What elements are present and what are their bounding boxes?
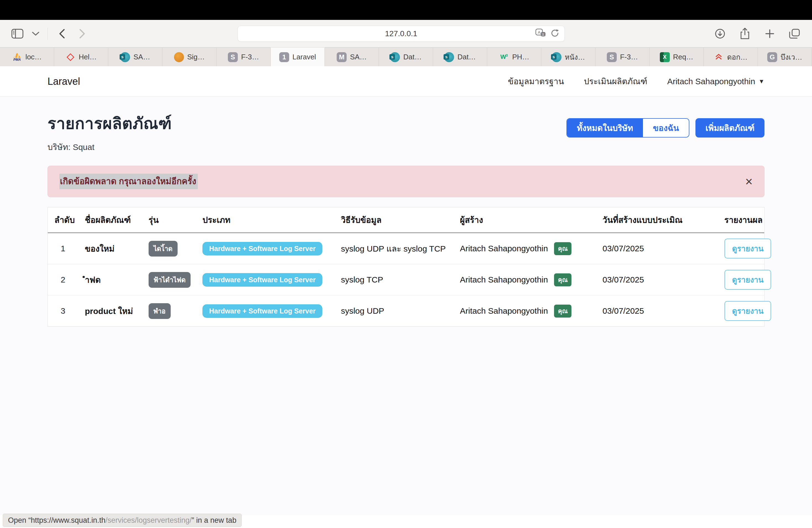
header-type: ประเภท xyxy=(196,207,334,233)
products-table-card: ลำดับ ชื่อผลิตภัณฑ์ รุ่น ประเภท วิธีรับข… xyxy=(47,207,765,327)
browser-tab[interactable]: PMA loc… xyxy=(0,47,54,66)
company-label: บริษัท: Squat xyxy=(47,141,172,153)
address-bar-area: 127.0.0.1 A文 xyxy=(97,26,706,42)
tab-favicon: 1 xyxy=(279,52,289,62)
product-name: ของใหม่ xyxy=(78,233,142,264)
data-method: syslog UDP และ syslog TCP xyxy=(334,233,453,264)
tab-favicon: M xyxy=(337,52,347,62)
forward-button[interactable] xyxy=(76,27,89,40)
view-report-button[interactable]: ดูรายงาน xyxy=(724,270,771,290)
model-badge: ฟ้าไดำไฟด xyxy=(149,272,191,288)
svg-text:文: 文 xyxy=(541,32,545,36)
tab-title: F-3… xyxy=(241,53,259,61)
error-message: เกิดข้อผิดพลาด กรุณาลองใหม่อีกครั้ง xyxy=(59,174,198,189)
tab-title: หนัง… xyxy=(565,52,585,63)
browser-tab[interactable]: W3 PH… xyxy=(487,47,541,66)
tab-title: Req… xyxy=(673,53,694,61)
page-title: รายการผลิตภัณฑ์ xyxy=(47,111,172,136)
tab-favicon: s xyxy=(444,52,454,62)
brand-logo[interactable]: Laravel xyxy=(47,76,80,87)
status-prefix: Open “https://www.squat.in.th xyxy=(8,516,105,525)
table-header-row: ลำดับ ชื่อผลิตภัณฑ์ รุ่น ประเภท วิธีรับข… xyxy=(48,207,764,233)
you-badge: คุณ xyxy=(554,242,571,255)
tab-favicon: S xyxy=(228,52,238,62)
header-model: รุ่น xyxy=(142,207,196,233)
all-company-button[interactable]: ทั้งหมดในบริษัท xyxy=(567,119,643,137)
browser-toolbar: 127.0.0.1 A文 xyxy=(0,20,812,47)
tab-title: SA… xyxy=(133,53,150,61)
view-report-button[interactable]: ดูรายงาน xyxy=(724,301,771,321)
tab-favicon: s xyxy=(552,52,562,62)
created-date: 03/07/2025 xyxy=(596,264,718,295)
tab-favicon: S xyxy=(607,52,617,62)
tab-title: บึงเว… xyxy=(781,52,802,63)
mine-button[interactable]: ของฉัน xyxy=(643,119,689,137)
tab-strip: PMA loc… Hel… s SA… Sig… S F-3… 1 Larave… xyxy=(0,47,812,66)
tab-favicon: X xyxy=(660,52,670,62)
tab-favicon: G xyxy=(767,52,777,62)
header-creator: ผู้สร้าง xyxy=(453,207,596,233)
browser-tab[interactable]: 1 Laravel xyxy=(271,47,325,66)
sidebar-toggle-icon[interactable] xyxy=(11,27,24,40)
tab-title: F-3… xyxy=(620,53,638,61)
browser-tab[interactable]: S F-3… xyxy=(217,47,271,66)
row-number: 3 xyxy=(48,295,78,327)
creator-name: Aritach Sahapongyothin xyxy=(460,275,548,284)
header-report: รายงานผล xyxy=(718,207,764,233)
svg-text:A: A xyxy=(538,30,540,34)
url-text[interactable]: 127.0.0.1 xyxy=(385,29,417,38)
back-button[interactable] xyxy=(56,27,68,40)
row-number: 1 xyxy=(48,233,78,264)
tab-title: Sig… xyxy=(187,53,205,61)
reload-icon[interactable] xyxy=(550,28,560,39)
you-badge: คุณ xyxy=(554,305,571,318)
nav-link-standard-data[interactable]: ข้อมูลมาตรฐาน xyxy=(508,75,564,88)
address-bar[interactable]: 127.0.0.1 A文 xyxy=(237,26,565,42)
os-menubar xyxy=(0,0,812,20)
filter-segment: ทั้งหมดในบริษัท ของฉัน xyxy=(566,118,690,137)
tab-favicon: PMA xyxy=(12,52,22,62)
status-path: /services/logservertesting/ xyxy=(105,516,192,525)
nav-link-evaluate-product[interactable]: ประเมินผลิตภัณฑ์ xyxy=(584,75,648,88)
page-content: รายการผลิตภัณฑ์ บริษัท: Squat ทั้งหมดในบ… xyxy=(0,97,812,515)
share-icon[interactable] xyxy=(739,27,751,40)
model-badge: ไดไ้าด xyxy=(149,241,178,256)
browser-tab[interactable]: ดอก… xyxy=(704,47,758,66)
tab-title: Dat… xyxy=(458,53,476,61)
view-report-button[interactable]: ดูรายงาน xyxy=(724,239,771,259)
type-badge: Hardware + Software Log Server xyxy=(202,304,322,318)
status-suffix: ” in a new tab xyxy=(192,516,236,525)
close-icon[interactable]: × xyxy=(745,175,753,188)
tab-favicon: W3 xyxy=(499,52,509,62)
error-alert: เกิดข้อผิดพลาด กรุณาลองใหม่อีกครั้ง × xyxy=(47,166,765,197)
type-badge: Hardware + Software Log Server xyxy=(202,242,322,255)
browser-tab[interactable]: s Dat… xyxy=(433,47,487,66)
row-number: 2 xyxy=(48,264,78,295)
browser-tab[interactable]: S F-3… xyxy=(595,47,650,66)
tab-favicon xyxy=(714,52,724,62)
user-menu[interactable]: Aritach Sahapongyothin ▼ xyxy=(667,77,765,86)
browser-tab[interactable]: Sig… xyxy=(162,47,217,66)
browser-tab[interactable]: Hel… xyxy=(54,47,108,66)
browser-tab[interactable]: M SA… xyxy=(325,47,379,66)
creator-name: Aritach Sahapongyothin xyxy=(460,244,548,253)
sidebar-chevron-down-icon[interactable] xyxy=(31,27,40,40)
product-name: ำฟด xyxy=(78,264,142,295)
translate-icon[interactable]: A文 xyxy=(535,28,546,39)
browser-tab[interactable]: s หนัง… xyxy=(541,47,595,66)
creator-name: Aritach Sahapongyothin xyxy=(460,306,548,316)
you-badge: คุณ xyxy=(554,274,571,287)
created-date: 03/07/2025 xyxy=(596,233,718,264)
browser-tab[interactable]: s SA… xyxy=(108,47,162,66)
browser-tab[interactable]: G บึงเว… xyxy=(758,47,812,66)
new-tab-icon[interactable] xyxy=(764,27,776,40)
chevron-down-icon: ▼ xyxy=(758,78,765,85)
user-name: Aritach Sahapongyothin xyxy=(667,77,755,86)
add-product-button[interactable]: เพิ่มผลิตภัณฑ์ xyxy=(695,118,765,137)
downloads-icon[interactable] xyxy=(714,27,726,40)
tab-favicon: s xyxy=(120,52,130,62)
tab-title: Laravel xyxy=(292,53,316,61)
browser-tab[interactable]: s Dat… xyxy=(379,47,433,66)
tab-overview-icon[interactable] xyxy=(788,27,801,40)
browser-tab[interactable]: X Req… xyxy=(650,47,704,66)
